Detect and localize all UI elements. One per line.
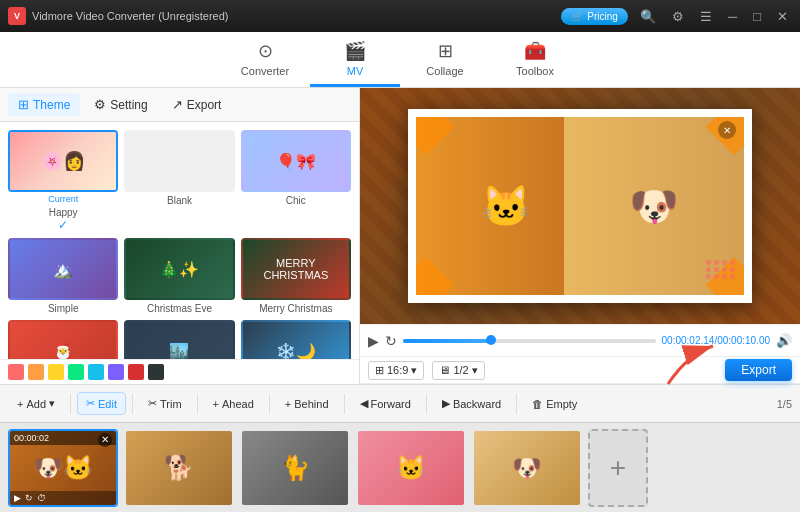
theme-santa-claus[interactable]: 🎅 Santa Claus <box>8 320 118 359</box>
empty-icon: 🗑 <box>532 398 543 410</box>
trim-button[interactable]: ✂ Trim <box>139 392 191 415</box>
film-item-2[interactable]: 🐕 <box>124 429 234 507</box>
check-icon: ✓ <box>58 218 68 232</box>
pricing-button[interactable]: 🛒 Pricing <box>561 8 628 25</box>
forward-button[interactable]: ◀ Forward <box>351 392 420 415</box>
page-button[interactable]: 🖥 1/2 ▾ <box>432 361 484 380</box>
theme-happy-thumb: 🌸👩 <box>8 130 118 192</box>
settings-window-icon[interactable]: ⚙ <box>668 9 688 24</box>
add-icon: + <box>17 398 23 410</box>
progress-thumb <box>486 335 496 345</box>
ratio-button[interactable]: ⊞ 16:9 ▾ <box>368 361 424 380</box>
export-button[interactable]: Export <box>725 359 792 381</box>
film-item-3[interactable]: 🐈 <box>240 429 350 507</box>
theme-snowy-night[interactable]: ❄️🌙 Snowy Night <box>241 320 351 359</box>
maximize-button[interactable]: □ <box>749 9 765 24</box>
sep-1 <box>70 394 71 414</box>
swatch-6[interactable] <box>108 364 124 380</box>
app-icon: V <box>8 7 26 25</box>
film-add-item[interactable]: + <box>588 429 648 507</box>
cart-icon: 🛒 <box>571 11 583 22</box>
swatch-2[interactable] <box>28 364 44 380</box>
swatch-4[interactable] <box>68 364 84 380</box>
theme-simple[interactable]: 🏔️ Simple <box>8 238 118 314</box>
swatch-3[interactable] <box>48 364 64 380</box>
converter-icon: ⊙ <box>258 40 273 62</box>
color-swatches <box>0 359 359 384</box>
film-clock-1[interactable]: ⏱ <box>37 493 46 503</box>
add-dropdown-icon: ▾ <box>49 397 55 410</box>
theme-snowy-night-thumb: ❄️🌙 <box>241 320 351 359</box>
time-display: 00:00:02.14/00:00:10.00 <box>662 335 770 346</box>
film-close-1[interactable]: ✕ <box>98 433 112 447</box>
theme-blank[interactable]: Blank <box>124 130 234 232</box>
film-time-1: 00:00:02 <box>14 433 49 443</box>
page-counter: 1/5 <box>777 398 792 410</box>
swatch-5[interactable] <box>88 364 104 380</box>
theme-christmas-eve[interactable]: 🎄✨ Christmas Eve <box>124 238 234 314</box>
bottom-toolbar: + Add ▾ ✂ Edit ✂ Trim + Ahead + Behind ◀… <box>0 384 800 422</box>
film-thumb-5: 🐶 <box>474 431 580 505</box>
ratio-icon: ⊞ <box>375 364 384 377</box>
progress-fill <box>403 339 491 343</box>
add-button[interactable]: + Add ▾ <box>8 392 64 415</box>
tab-converter[interactable]: ⊙ Converter <box>220 37 310 87</box>
swatch-8[interactable] <box>148 364 164 380</box>
film-item-5[interactable]: 🐶 <box>472 429 582 507</box>
theme-simple-thumb: 🏔️ <box>8 238 118 300</box>
theme-christmas-eve-label: Christmas Eve <box>147 303 212 314</box>
mv-icon: 🎬 <box>344 40 366 62</box>
theme-happy[interactable]: 🌸👩 Current Happy ✓ <box>8 130 118 232</box>
behind-button[interactable]: + Behind <box>276 393 338 415</box>
ahead-icon: + <box>213 398 219 410</box>
trim-icon: ✂ <box>148 397 157 410</box>
behind-icon: + <box>285 398 291 410</box>
close-button[interactable]: ✕ <box>773 9 792 24</box>
dot-decoration <box>706 260 736 279</box>
swatch-7[interactable] <box>128 364 144 380</box>
main-area: ⊞ Theme ⚙ Setting ↗ Export 🌸👩 Current Ha… <box>0 88 800 384</box>
film-play-1[interactable]: ▶ <box>14 493 21 503</box>
theme-simple-label: Simple <box>48 303 79 314</box>
edit-icon: ✂ <box>86 397 95 410</box>
preview-content: 🐱 🐶 <box>416 117 743 294</box>
theme-chic[interactable]: 🎈🎀 Chic <box>241 130 351 232</box>
ratio-controls: ⊞ 16:9 ▾ 🖥 1/2 ▾ Export <box>360 356 800 384</box>
sep-4 <box>269 394 270 414</box>
menu-icon[interactable]: ☰ <box>696 9 716 24</box>
theme-modern-life[interactable]: 🏙️ Modern Life <box>124 320 234 359</box>
tab-converter-label: Converter <box>241 65 289 77</box>
navbar: ⊙ Converter 🎬 MV ⊞ Collage 🧰 Toolbox <box>0 32 800 88</box>
play-button[interactable]: ▶ <box>368 333 379 349</box>
tab-collage[interactable]: ⊞ Collage <box>400 37 490 87</box>
setting-tab-icon: ⚙ <box>94 97 106 112</box>
theme-santa-claus-thumb: 🎅 <box>8 320 118 359</box>
film-rotate-1[interactable]: ↻ <box>25 493 33 503</box>
preview-close-button[interactable]: ✕ <box>718 121 736 139</box>
tab-collage-label: Collage <box>426 65 463 77</box>
theme-chic-label: Chic <box>286 195 306 206</box>
collage-icon: ⊞ <box>438 40 453 62</box>
minimize-button[interactable]: ─ <box>724 9 741 24</box>
film-thumb-3: 🐈 <box>242 431 348 505</box>
replay-button[interactable]: ↻ <box>385 333 397 349</box>
toolbox-icon: 🧰 <box>524 40 546 62</box>
empty-button[interactable]: 🗑 Empty <box>523 393 586 415</box>
film-item-1[interactable]: 🐶🐱 00:00:02 ✕ ▶ ↻ ⏱ <box>8 429 118 507</box>
film-item-4[interactable]: 🐱 <box>356 429 466 507</box>
backward-button[interactable]: ▶ Backward <box>433 392 510 415</box>
panel-tab-theme[interactable]: ⊞ Theme <box>8 93 80 116</box>
tab-mv[interactable]: 🎬 MV <box>310 37 400 87</box>
tab-toolbox[interactable]: 🧰 Toolbox <box>490 37 580 87</box>
progress-bar[interactable] <box>403 339 656 343</box>
volume-icon[interactable]: 🔊 <box>776 333 792 348</box>
sep-7 <box>516 394 517 414</box>
search-window-icon[interactable]: 🔍 <box>636 9 660 24</box>
panel-tab-export[interactable]: ↗ Export <box>162 93 232 116</box>
theme-merry-christmas[interactable]: MERRYCHRISTMAS Merry Christmas <box>241 238 351 314</box>
edit-button[interactable]: ✂ Edit <box>77 392 126 415</box>
player-controls: ▶ ↻ 00:00:02.14/00:00:10.00 🔊 <box>360 324 800 356</box>
ahead-button[interactable]: + Ahead <box>204 393 263 415</box>
panel-tab-setting[interactable]: ⚙ Setting <box>84 93 157 116</box>
swatch-1[interactable] <box>8 364 24 380</box>
